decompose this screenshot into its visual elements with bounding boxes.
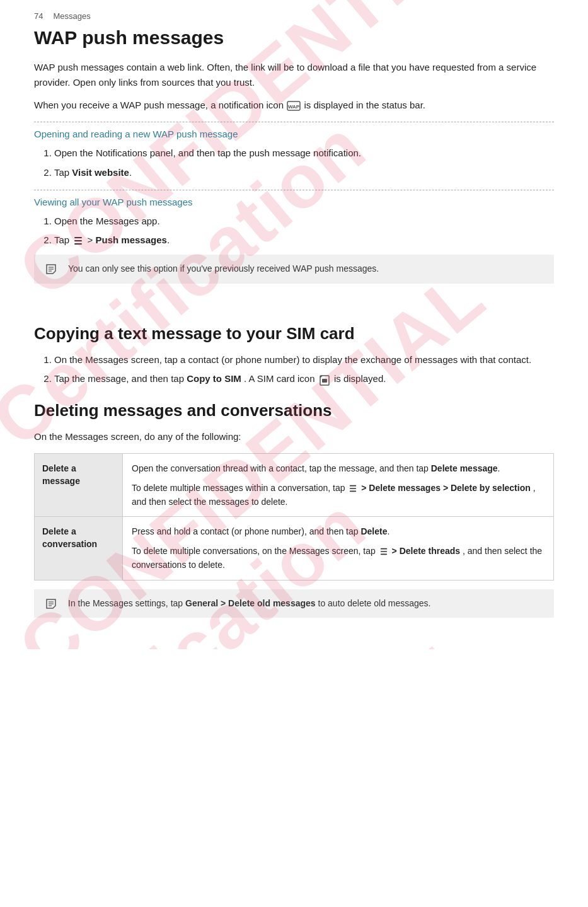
table-row-delete-conversation: Delete a conversation Press and hold a c…: [35, 517, 553, 579]
svg-rect-14: [381, 548, 387, 550]
delete-conversation-content: Press and hold a contact (or phone numbe…: [123, 517, 553, 579]
delete-conv-p2: To delete multiple conversations, on the…: [132, 544, 545, 572]
note-icon-1: [44, 262, 58, 282]
opening-steps-list: Open the Notifications panel, and then t…: [54, 146, 554, 181]
svg-rect-10: [322, 379, 327, 383]
delete-old-messages-bold: General > Delete old messages: [185, 598, 316, 608]
viewing-step-2: Tap > Push messages.: [54, 233, 554, 248]
deleting-note-text: In the Messages settings, tap General > …: [68, 598, 431, 608]
menu-icon-1: [73, 236, 83, 245]
page-number: 74: [34, 11, 43, 21]
viewing-subsection-title: Viewing all your WAP push messages: [34, 197, 554, 207]
wap-push-intro: WAP push messages contain a web link. Of…: [34, 60, 554, 90]
svg-rect-11: [350, 485, 356, 487]
svg-rect-13: [350, 490, 356, 492]
wap-notification-text: When you receive a WAP push message, a n…: [34, 98, 554, 113]
page-section: Messages: [53, 11, 90, 21]
svg-text:WAP: WAP: [288, 104, 300, 110]
opening-subsection-title: Opening and reading a new WAP push messa…: [34, 129, 554, 139]
delete-message-bold: Delete message: [431, 463, 498, 473]
delete-msg-p1: Open the conversation thread with a cont…: [132, 461, 545, 475]
divider-2: [34, 190, 554, 190]
push-messages-bold: Push messages: [95, 234, 166, 245]
svg-rect-16: [381, 553, 387, 555]
divider-1: [34, 122, 554, 122]
delete-conv-bold: Delete: [360, 526, 387, 536]
deleting-table: Delete a message Open the conversation t…: [34, 453, 554, 580]
notif-text-1: When you receive a WAP push message, a n…: [34, 100, 284, 110]
delete-message-content: Open the conversation thread with a cont…: [123, 454, 553, 516]
viewing-steps-list: Open the Messages app. Tap > Push messag…: [54, 214, 554, 249]
copying-steps-list: On the Messages screen, tap a contact (o…: [54, 352, 554, 388]
opening-step-1: Open the Notifications panel, and then t…: [54, 146, 554, 161]
opening-step-2: Tap Visit website.: [54, 165, 554, 181]
note-icon-2: [44, 597, 58, 616]
page-number-line: 74 Messages: [34, 11, 554, 21]
svg-rect-2: [74, 237, 82, 238]
delete-msg-p2: To delete multiple messages within a con…: [132, 481, 545, 509]
delete-conversation-label: Delete a conversation: [35, 517, 123, 579]
copy-to-sim-bold: Copy to SIM: [187, 373, 241, 384]
sim-card-icon: [320, 373, 330, 386]
wap-note-text: You can only see this option if you've p…: [68, 263, 379, 274]
menu-icon-3: [379, 548, 388, 555]
delete-message-label: Delete a message: [35, 454, 123, 516]
copying-step-2: Tap the message, and then tap Copy to SI…: [54, 371, 554, 387]
menu-icon-2: [349, 485, 357, 492]
deleting-title: Deleting messages and conversations: [34, 401, 554, 420]
notif-text-2: is displayed in the status bar.: [304, 100, 425, 110]
viewing-step-1: Open the Messages app.: [54, 214, 554, 229]
copying-title: Copying a text message to your SIM card: [34, 324, 554, 344]
wap-push-title: WAP push messages: [34, 27, 554, 49]
wap-icon: WAP: [286, 100, 301, 112]
copying-step-1: On the Messages screen, tap a contact (o…: [54, 352, 554, 368]
delete-conv-p1: Press and hold a contact (or phone numbe…: [132, 524, 545, 538]
svg-rect-12: [350, 488, 356, 489]
deleting-intro: On the Messages screen, do any of the fo…: [34, 429, 554, 444]
svg-rect-15: [381, 551, 387, 552]
svg-rect-3: [74, 240, 82, 241]
wap-note-box: You can only see this option if you've p…: [34, 255, 554, 284]
delete-threads-bold: > Delete threads: [392, 546, 461, 556]
svg-rect-4: [74, 243, 82, 245]
deleting-note-box: In the Messages settings, tap General > …: [34, 589, 554, 618]
table-row-delete-message: Delete a message Open the conversation t…: [35, 454, 553, 517]
visit-website-bold: Visit website: [72, 167, 129, 178]
delete-by-selection-bold: > Delete messages > Delete by selection: [361, 483, 530, 493]
